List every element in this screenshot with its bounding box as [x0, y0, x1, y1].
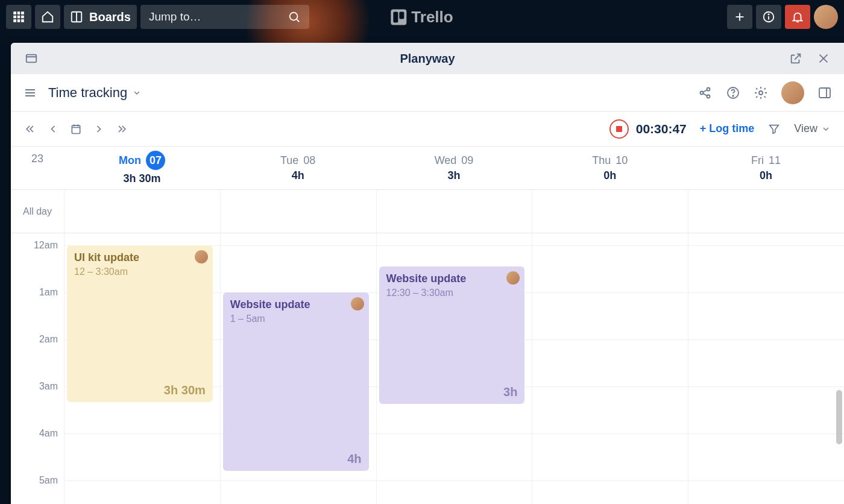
day-header-wed[interactable]: Wed09 3h [376, 146, 532, 189]
chevron-down-icon [821, 124, 831, 134]
allday-cell[interactable] [220, 190, 376, 233]
day-header-mon[interactable]: Mon07 3h 30m [64, 146, 220, 189]
allday-row: All day [11, 190, 844, 233]
time-nav-bar: 00:30:47 + Log time View [11, 112, 844, 146]
apps-menu-button[interactable] [6, 5, 31, 29]
day-column-tue[interactable]: Website update 1 – 5am 4h [220, 233, 376, 504]
allday-cell[interactable] [376, 190, 532, 233]
log-time-button[interactable]: + Log time [700, 122, 755, 135]
allday-cell[interactable] [532, 190, 688, 233]
hamburger-button[interactable] [23, 86, 37, 100]
board-icon [70, 10, 83, 24]
chevron-left-icon [47, 123, 59, 135]
svg-rect-1 [17, 12, 20, 14]
trello-header: Boards Jump to… Trello [0, 0, 844, 34]
calendar-icon [70, 123, 82, 135]
share-button[interactable] [698, 86, 713, 100]
plus-icon [733, 10, 746, 24]
help-icon [726, 86, 740, 100]
boards-label: Boards [89, 10, 131, 24]
view-mode-label: View [794, 122, 817, 135]
next-week-button[interactable] [116, 123, 128, 135]
svg-point-11 [290, 13, 298, 20]
svg-rect-2 [22, 12, 24, 14]
filter-icon [767, 122, 781, 136]
apps-grid-icon [12, 10, 25, 24]
planyway-toolbar: Time tracking [11, 74, 844, 112]
double-chevron-left-icon [24, 123, 36, 135]
window-frame-icon [25, 52, 38, 65]
timer-value: 00:30:47 [636, 122, 687, 136]
timer-display: 00:30:47 [609, 119, 687, 139]
day-total: 0h [603, 169, 616, 182]
svg-rect-34 [819, 88, 830, 98]
hour-label: 2am [39, 334, 58, 345]
side-panel-button[interactable] [817, 86, 832, 100]
window-icon[interactable] [22, 49, 41, 68]
search-placeholder: Jump to… [149, 10, 288, 24]
boards-button[interactable]: Boards [64, 5, 137, 29]
event-duration: 3h 30m [164, 383, 206, 397]
event-card[interactable]: Website update 12:30 – 3:30am 3h [379, 266, 525, 404]
stop-timer-button[interactable] [609, 119, 629, 139]
svg-rect-36 [72, 125, 80, 133]
trello-mark-icon [391, 9, 406, 25]
bell-icon [791, 10, 804, 24]
day-header-tue[interactable]: Tue08 4h [220, 146, 376, 189]
info-button[interactable] [756, 5, 781, 29]
svg-rect-7 [17, 20, 20, 22]
info-icon [762, 10, 775, 24]
scrollbar-thumb[interactable] [836, 390, 842, 444]
prev-day-button[interactable] [47, 123, 59, 135]
svg-rect-6 [14, 20, 16, 22]
hour-gutter: 12am 1am 2am 3am 4am 5am [11, 233, 64, 504]
view-selector-label: Time tracking [48, 85, 127, 101]
next-day-button[interactable] [93, 123, 105, 135]
event-time: 12:30 – 3:30am [386, 288, 518, 298]
settings-button[interactable] [754, 86, 768, 100]
search-icon [288, 10, 301, 24]
allday-cell[interactable] [64, 190, 220, 233]
close-button[interactable] [814, 49, 833, 68]
search-bar[interactable]: Jump to… [140, 5, 309, 29]
double-chevron-right-icon [116, 123, 128, 135]
hour-label: 1am [39, 287, 58, 298]
svg-line-12 [297, 19, 300, 22]
stop-icon [616, 126, 622, 132]
svg-rect-4 [17, 16, 20, 18]
create-button[interactable] [727, 5, 752, 29]
event-time: 1 – 5am [230, 313, 362, 324]
day-column-fri[interactable] [688, 233, 844, 504]
day-column-wed[interactable]: Website update 12:30 – 3:30am 3h [376, 233, 532, 504]
user-avatar[interactable] [814, 5, 838, 29]
event-title: Website update [230, 298, 362, 311]
chevron-down-icon [132, 88, 142, 98]
day-header-thu[interactable]: Thu10 0h [532, 146, 688, 189]
hour-label: 4am [39, 428, 58, 439]
home-button[interactable] [35, 5, 60, 29]
allday-cell[interactable] [688, 190, 844, 233]
view-selector[interactable]: Time tracking [48, 85, 142, 101]
event-card[interactable]: UI kit update 12 – 3:30am 3h 30m [67, 245, 213, 402]
svg-point-33 [759, 91, 763, 95]
open-new-button[interactable] [786, 49, 805, 68]
trello-logo: Trello [391, 8, 453, 27]
day-column-thu[interactable] [532, 233, 688, 504]
svg-rect-0 [14, 12, 16, 14]
planyway-avatar[interactable] [781, 81, 804, 104]
day-total: 3h [447, 169, 460, 182]
day-total: 0h [760, 169, 772, 182]
event-card[interactable]: Website update 1 – 5am 4h [223, 292, 369, 471]
view-mode-button[interactable]: View [794, 122, 831, 135]
help-button[interactable] [726, 86, 740, 100]
share-icon [698, 86, 713, 100]
notifications-button[interactable] [785, 5, 810, 29]
chevron-right-icon [93, 123, 105, 135]
filter-button[interactable] [767, 122, 781, 136]
day-column-mon[interactable]: UI kit update 12 – 3:30am 3h 30m [64, 233, 220, 504]
day-total: 3h 30m [123, 172, 160, 185]
day-header-fri[interactable]: Fri11 0h [688, 146, 844, 189]
prev-week-button[interactable] [24, 123, 36, 135]
svg-rect-5 [22, 16, 24, 18]
calendar-button[interactable] [70, 123, 82, 135]
